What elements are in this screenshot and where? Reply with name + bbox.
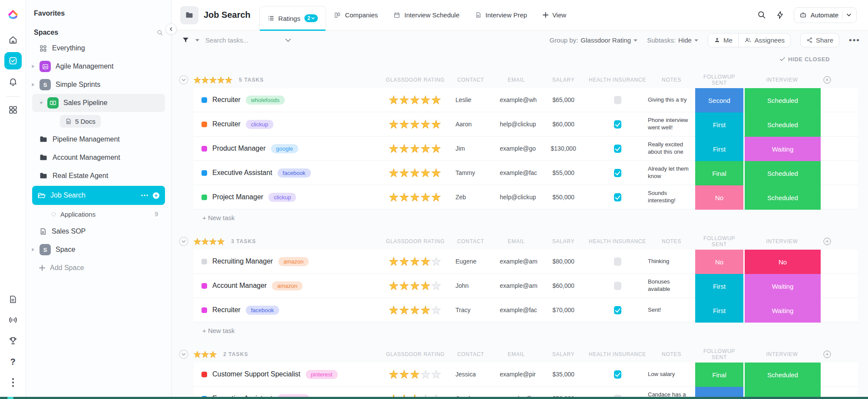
email-cell[interactable]: help@clickup — [493, 185, 540, 210]
health-insurance-cell[interactable] — [587, 137, 648, 161]
collapse-group-icon[interactable] — [179, 75, 188, 85]
caret-down-icon[interactable] — [39, 101, 44, 105]
caret-right-icon[interactable] — [31, 247, 36, 252]
interview-cell[interactable]: Scheduled — [743, 88, 821, 112]
company-tag[interactable]: facebook — [246, 306, 279, 315]
add-column-icon[interactable] — [823, 76, 831, 84]
glassdoor-rating-cell[interactable]: ★★★★★ — [382, 112, 449, 137]
health-insurance-checkbox[interactable] — [614, 370, 621, 379]
followup-sent-cell[interactable]: No — [695, 185, 743, 210]
company-tag[interactable]: amazon — [278, 257, 309, 266]
sidebar-item-job-search-active[interactable]: Job Search — [32, 186, 165, 205]
interview-status-pill[interactable]: Waiting — [745, 298, 821, 323]
task-row[interactable]: Recruiter clickup ★★★★★ Aaron help@click… — [194, 112, 858, 137]
column-header[interactable]: SALARY — [540, 238, 587, 244]
followup-sent-cell[interactable]: Final — [695, 161, 743, 185]
group-rating-stars[interactable]: ★★★ — [194, 350, 217, 359]
search-expand-chevron-icon[interactable] — [285, 39, 291, 42]
email-cell[interactable]: example@fac — [493, 298, 540, 323]
column-header[interactable]: GLASSDOOR RATING — [382, 351, 449, 357]
task-row[interactable]: Recruiter facebook ★★★★★ Tracy example@f… — [194, 298, 858, 323]
task-row[interactable]: Project Manager clickup ★★★★★ Zeb help@c… — [194, 185, 858, 210]
followup-sent-cell[interactable]: First — [695, 112, 743, 137]
glassdoor-rating-cell[interactable]: ★★★★★ — [382, 137, 449, 161]
notes-cell[interactable]: Low salary — [648, 363, 695, 387]
subtasks-control[interactable]: Subtasks: Hide — [647, 36, 698, 44]
health-insurance-checkbox[interactable] — [614, 96, 621, 104]
column-header[interactable]: FOLLOWUP SENT — [695, 235, 743, 247]
column-header[interactable]: CONTACT — [449, 351, 493, 357]
new-task-button[interactable]: + New task — [194, 210, 858, 223]
email-cell[interactable]: help@clickup — [493, 112, 540, 137]
followup-status-pill[interactable]: Final — [695, 363, 743, 387]
add-space-button[interactable]: Add Space — [26, 259, 171, 277]
health-insurance-checkbox[interactable] — [614, 145, 621, 153]
assignees-filter-button[interactable]: Assignees — [738, 33, 790, 47]
glassdoor-rating-cell[interactable]: ★★★★★ — [382, 250, 449, 274]
health-insurance-checkbox[interactable] — [614, 282, 621, 290]
task-name[interactable]: Executive Assistant — [212, 169, 272, 177]
interview-status-pill[interactable]: Scheduled — [745, 161, 821, 185]
filter-caret-icon[interactable] — [195, 39, 199, 42]
followup-status-pill[interactable]: First — [695, 112, 743, 137]
view-count-badge[interactable]: 2 — [304, 14, 318, 22]
interview-status-pill[interactable]: Waiting — [745, 137, 821, 161]
interview-cell[interactable]: No — [743, 250, 821, 274]
list-title[interactable]: Job Search — [180, 6, 251, 24]
salary-cell[interactable]: $70,000 — [540, 298, 587, 323]
notifications-bell-icon[interactable] — [4, 73, 22, 90]
column-header[interactable]: CONTACT — [449, 238, 493, 244]
sidebar-item-pipeline-management[interactable]: Pipeline Management — [26, 130, 171, 148]
search-tasks-input[interactable] — [205, 36, 279, 44]
followup-sent-cell[interactable]: Second — [695, 88, 743, 112]
followup-sent-cell[interactable]: First — [695, 298, 743, 323]
health-insurance-checkbox[interactable] — [614, 120, 621, 129]
followup-sent-cell[interactable]: First — [695, 274, 743, 298]
health-insurance-cell[interactable] — [587, 161, 648, 185]
column-header[interactable]: SALARY — [540, 77, 587, 83]
status-square[interactable] — [201, 170, 207, 176]
status-square[interactable] — [201, 283, 207, 289]
column-header[interactable]: GLASSDOOR RATING — [382, 238, 449, 244]
status-square[interactable] — [201, 307, 207, 313]
sidebar-item-5-docs[interactable]: 5 Docs — [26, 112, 171, 130]
salary-cell[interactable]: $60,000 — [540, 112, 587, 137]
followup-sent-cell[interactable]: First — [695, 137, 743, 161]
home-icon[interactable] — [4, 31, 22, 49]
notes-cell[interactable]: Thinking — [648, 250, 695, 274]
health-insurance-cell[interactable] — [587, 363, 648, 387]
company-tag[interactable]: amazon — [272, 281, 302, 290]
column-header[interactable]: HEALTH INSURANCE — [587, 77, 648, 83]
interview-cell[interactable]: Waiting — [743, 274, 821, 298]
add-column-icon[interactable] — [823, 350, 831, 358]
contact-cell[interactable]: Jim — [449, 137, 493, 161]
tab-interview-schedule[interactable]: Interview Schedule — [386, 0, 467, 30]
status-square[interactable] — [201, 372, 207, 377]
notes-cell[interactable]: Sounds interesting! — [648, 185, 695, 210]
followup-status-pill[interactable]: First — [695, 298, 743, 323]
health-insurance-checkbox[interactable] — [614, 257, 621, 266]
dashboards-icon[interactable] — [4, 101, 22, 119]
company-tag[interactable]: google — [271, 144, 298, 153]
contact-cell[interactable]: Tammy — [449, 161, 493, 185]
followup-status-pill[interactable]: Final — [695, 161, 743, 185]
caret-right-icon[interactable] — [31, 82, 36, 87]
health-insurance-cell[interactable] — [587, 250, 648, 274]
interview-status-pill[interactable]: Scheduled — [745, 112, 821, 137]
health-insurance-cell[interactable] — [587, 88, 648, 112]
interview-status-pill[interactable]: No — [745, 250, 821, 274]
company-tag[interactable]: clickup — [268, 193, 296, 202]
interview-status-pill[interactable]: Scheduled — [745, 88, 821, 112]
interview-status-pill[interactable]: Scheduled — [745, 185, 821, 210]
salary-cell[interactable]: $130,000 — [540, 137, 587, 161]
column-header[interactable]: INTERVIEW — [743, 238, 821, 244]
glassdoor-rating-cell[interactable]: ★★★★★ — [382, 185, 449, 210]
add-column-icon[interactable] — [823, 237, 831, 245]
task-row[interactable]: Account Manager amazon ★★★★★ John exampl… — [194, 274, 858, 298]
column-header[interactable]: HEALTH INSURANCE — [587, 351, 648, 357]
company-tag[interactable]: pinterest — [306, 370, 338, 379]
task-name[interactable]: Recruiter — [212, 96, 241, 104]
email-cell[interactable]: example@fac — [493, 161, 540, 185]
tab-companies[interactable]: Companies — [326, 0, 386, 30]
email-cell[interactable]: example@am — [493, 250, 540, 274]
